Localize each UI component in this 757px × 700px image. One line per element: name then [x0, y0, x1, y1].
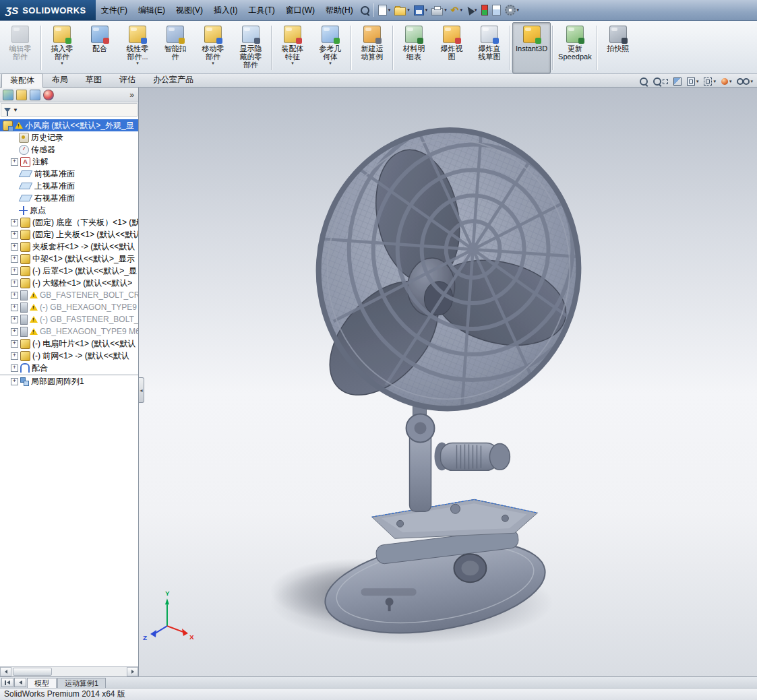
cm-take-snapshot-button[interactable]: 拍快照: [599, 22, 637, 73]
dropdown-caret-icon[interactable]: ▾: [425, 7, 428, 13]
menu-file[interactable]: 文件(F): [96, 3, 133, 18]
menu-tools[interactable]: 工具(T): [243, 3, 280, 18]
panel-expand-chevrons-icon[interactable]: »: [129, 90, 135, 100]
cm-bill-of-materials-button[interactable]: 材料明 细表: [395, 22, 433, 73]
cm-linear-pattern-button[interactable]: 线性零 部件...▾: [119, 22, 156, 73]
tree-item-sensors[interactable]: 传感器: [0, 144, 138, 156]
dropdown-caret-icon[interactable]: ▾: [460, 7, 463, 13]
expand-toggle[interactable]: +: [11, 292, 18, 299]
menu-view[interactable]: 视图(V): [171, 3, 208, 18]
dropdown-caret-icon[interactable]: ▾: [729, 79, 732, 84]
expand-toggle[interactable]: +: [11, 364, 18, 372]
dropdown-caret-icon[interactable]: ▾: [696, 79, 699, 84]
scroll-right-button[interactable]: [127, 667, 138, 676]
tree-item-gb-hexagon-2[interactable]: +!GB_HEXAGON_TYPE9 M6: [0, 325, 138, 338]
tree-item-annotations[interactable]: +注解: [0, 156, 138, 168]
tree-filter-bar[interactable]: ▼: [1, 103, 138, 117]
hide-show-items-button[interactable]: ▾: [734, 75, 756, 87]
menu-help[interactable]: 帮助(H): [320, 3, 359, 18]
cm-insert-component-button[interactable]: 插入零 部件▾: [43, 22, 81, 73]
tab-motion-study-1[interactable]: 运动算例1: [57, 678, 106, 688]
dropdown-caret-icon[interactable]: ▾: [388, 7, 391, 13]
expand-toggle[interactable]: +: [11, 340, 18, 348]
dropdown-caret-icon[interactable]: ▾: [212, 61, 214, 66]
view-orientation-button[interactable]: ▾: [684, 75, 702, 87]
cm-exploded-view-button[interactable]: 爆炸视 图: [433, 22, 471, 73]
tree-item-local-circular-pattern[interactable]: +局部圆周阵列1: [0, 375, 138, 387]
menu-edit[interactable]: 编辑(E): [133, 3, 171, 18]
expand-toggle[interactable]: +: [11, 352, 18, 360]
expand-toggle[interactable]: +: [11, 378, 18, 385]
search-button[interactable]: [359, 5, 371, 16]
dropdown-caret-icon[interactable]: ▾: [750, 79, 753, 84]
expand-toggle[interactable]: +: [11, 231, 18, 238]
expand-toggle[interactable]: +: [11, 243, 18, 251]
expand-toggle[interactable]: +: [11, 158, 18, 166]
cm-mate-button[interactable]: 配合: [81, 22, 119, 73]
tree-item-clamp-rod-part[interactable]: +夹板套杆<1> -> (默认<<默认: [0, 241, 138, 253]
save-button[interactable]: ▾: [412, 4, 430, 17]
cm-reference-geometry-button[interactable]: 参考几 何体▾: [311, 22, 349, 73]
expand-toggle[interactable]: +: [11, 219, 18, 226]
section-view-button[interactable]: [671, 75, 684, 87]
tab-office-products[interactable]: 办公室产品: [144, 73, 202, 87]
dropdown-caret-icon[interactable]: ▾: [444, 7, 447, 13]
tree-item-big-bolt-part[interactable]: +(-) 大螺栓<1> (默认<<默认>: [0, 277, 138, 289]
tree-item-upper-clamp-part[interactable]: +(固定) 上夹板<1> (默认<<默认: [0, 228, 138, 241]
previous-tab-button[interactable]: [14, 678, 26, 687]
tree-item-gb-hexagon-1[interactable]: +!(-) GB_HEXAGON_TYPE9: [0, 301, 138, 313]
cm-show-hidden-components-button[interactable]: 显示隐 藏的零 部件: [232, 22, 270, 73]
edit-appearance-button[interactable]: ▾: [719, 75, 735, 87]
filter-caret-icon[interactable]: ▼: [13, 107, 18, 113]
print-button[interactable]: ▾: [429, 4, 449, 17]
tree-item-front-plane[interactable]: 前视基准面: [0, 168, 138, 180]
tree-item-fan-assembly[interactable]: !小风扇 (默认<<默认>_外观_显: [0, 119, 138, 131]
options-button[interactable]: ▾: [503, 3, 522, 17]
panel-horizontal-scrollbar[interactable]: [0, 666, 138, 676]
scrollbar-thumb[interactable]: [13, 668, 52, 676]
dropdown-caret-icon[interactable]: ▾: [136, 61, 139, 66]
tab-sketch[interactable]: 草图: [77, 73, 111, 87]
property-manager-tab-icon[interactable]: [16, 90, 27, 100]
cm-edit-component-button[interactable]: 编辑零 部件: [1, 22, 39, 73]
configuration-manager-tab-icon[interactable]: [30, 90, 40, 100]
zoom-to-fit-button[interactable]: [637, 75, 650, 87]
cm-explode-line-sketch-button[interactable]: 爆炸直 线草图: [471, 22, 508, 73]
menu-window[interactable]: 窗口(W): [280, 3, 320, 18]
tree-item-front-grille-part[interactable]: +(-) 前网<1> -> (默认<<默认: [0, 350, 138, 362]
dropdown-caret-icon[interactable]: ▾: [475, 7, 477, 13]
tree-item-right-plane[interactable]: 右视基准面: [0, 192, 138, 204]
tree-item-gb-fastener-bolt-1[interactable]: +!GB_FASTENER_BOLT_CRH: [0, 289, 138, 301]
tab-model[interactable]: 模型: [27, 678, 57, 688]
tree-item-base-part[interactable]: +(固定) 底座（下夹板）<1> (默: [0, 216, 138, 228]
cm-new-motion-study-button[interactable]: 新建运 动算例: [353, 22, 391, 73]
dropdown-caret-icon[interactable]: ▾: [329, 61, 332, 66]
scrollbar-track[interactable]: [11, 667, 127, 676]
tree-item-gb-fastener-bolt-2[interactable]: +!(-) GB_FASTENER_BOLT_I: [0, 313, 138, 325]
expand-toggle[interactable]: +: [11, 316, 18, 323]
tree-item-top-plane[interactable]: 上视基准面: [0, 180, 138, 192]
dropdown-caret-icon[interactable]: ▾: [61, 61, 63, 66]
open-button[interactable]: ▾: [392, 4, 412, 17]
cm-update-speedpak-button[interactable]: 更新 Speedpak: [555, 22, 595, 73]
cm-instant3d-button[interactable]: Instant3D: [512, 22, 551, 73]
dropdown-caret-icon[interactable]: ▾: [407, 7, 410, 13]
dropdown-caret-icon[interactable]: ▾: [517, 7, 520, 13]
expand-toggle[interactable]: +: [11, 255, 18, 263]
dropdown-caret-icon[interactable]: ▾: [713, 79, 716, 84]
tab-assembly[interactable]: 装配体: [1, 73, 43, 88]
expand-toggle[interactable]: +: [11, 328, 18, 336]
display-style-button[interactable]: ▾: [701, 75, 719, 87]
tree-item-origin[interactable]: 原点: [0, 204, 138, 216]
tree-item-history[interactable]: 历史记录: [0, 131, 138, 144]
zoom-to-area-button[interactable]: [650, 75, 671, 87]
cm-assembly-features-button[interactable]: 装配体 特征▾: [274, 22, 311, 73]
tree-item-mates[interactable]: +配合: [0, 362, 138, 374]
panel-splitter-handle[interactable]: ◂: [139, 377, 144, 403]
rebuild-button[interactable]: [479, 3, 490, 17]
first-tab-button[interactable]: [1, 678, 13, 687]
tree-item-middle-frame-part[interactable]: +中架<1> (默认<<默认>_显示: [0, 253, 138, 265]
select-button[interactable]: ▾: [464, 5, 479, 15]
new-document-button[interactable]: ▾: [376, 3, 393, 17]
expand-toggle[interactable]: +: [11, 280, 18, 287]
